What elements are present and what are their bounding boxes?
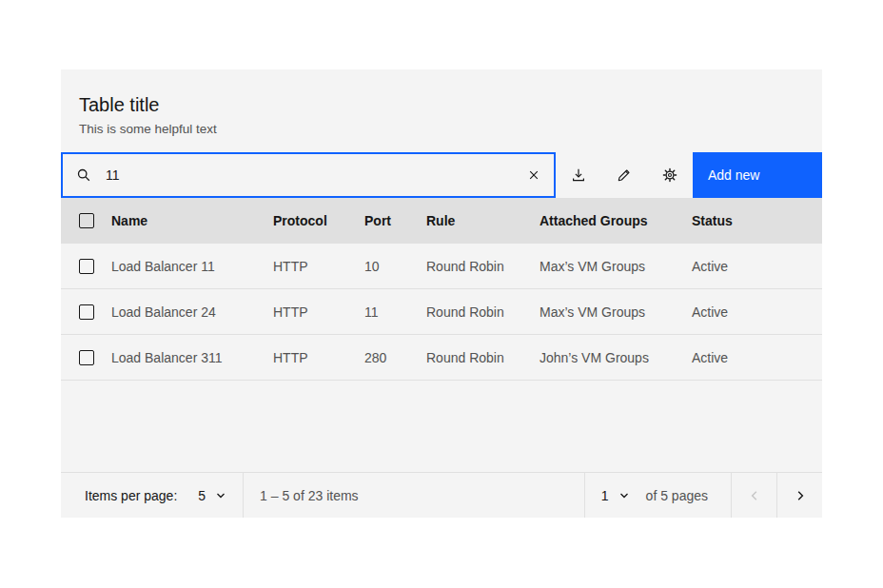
table-header-row: Name Protocol Port Rule Attached Groups … bbox=[61, 198, 822, 244]
download-button[interactable] bbox=[556, 152, 601, 198]
gear-icon bbox=[662, 167, 677, 183]
cell-port: 280 bbox=[364, 350, 426, 365]
previous-page-button[interactable] bbox=[731, 473, 776, 518]
page-number-select[interactable]: 1 bbox=[584, 473, 646, 518]
cell-port: 11 bbox=[364, 304, 426, 320]
column-header-attached-groups: Attached Groups bbox=[540, 213, 692, 228]
cell-rule: Round Robin bbox=[426, 304, 540, 320]
page-subtitle: This is some helpful text bbox=[79, 121, 807, 138]
row-checkbox[interactable] bbox=[79, 350, 94, 365]
column-header-name: Name bbox=[111, 213, 273, 228]
page-title: Table title bbox=[79, 92, 807, 117]
pagination-range-text: 1 – 5 of 23 items bbox=[244, 473, 359, 518]
chevron-down-icon bbox=[618, 490, 630, 501]
download-icon bbox=[571, 167, 586, 183]
cell-name: Load Balancer 11 bbox=[111, 259, 273, 274]
page-number-value: 1 bbox=[601, 488, 609, 503]
pagination-bar: Items per page: 5 1 – 5 of 23 items 1 of… bbox=[61, 472, 822, 518]
chevron-down-icon bbox=[215, 490, 226, 501]
pages-count-text: of 5 pages bbox=[646, 473, 731, 518]
cell-attached-groups: Max’s VM Groups bbox=[540, 259, 692, 274]
table-row: Load Balancer 311 HTTP 280 Round Robin J… bbox=[61, 335, 822, 381]
column-header-status: Status bbox=[692, 213, 822, 228]
pagination-right: 1 of 5 pages bbox=[584, 473, 822, 518]
cell-protocol: HTTP bbox=[273, 304, 364, 320]
column-header-rule: Rule bbox=[426, 213, 540, 228]
pagination-left: Items per page: 5 1 – 5 of 23 items bbox=[61, 473, 359, 518]
data-table-card: Table title This is some helpful text bbox=[61, 69, 822, 518]
cell-status: Active bbox=[692, 350, 822, 365]
cell-status: Active bbox=[692, 304, 822, 320]
edit-button[interactable] bbox=[601, 152, 647, 198]
cell-protocol: HTTP bbox=[273, 259, 364, 274]
column-header-protocol: Protocol bbox=[273, 213, 364, 228]
edit-icon bbox=[617, 167, 632, 183]
cell-name: Load Balancer 24 bbox=[111, 304, 273, 320]
cell-attached-groups: Max’s VM Groups bbox=[540, 304, 692, 320]
close-icon bbox=[526, 167, 541, 183]
table-header: Table title This is some helpful text bbox=[61, 69, 822, 152]
cell-rule: Round Robin bbox=[426, 259, 540, 274]
cell-name: Load Balancer 311 bbox=[111, 350, 273, 365]
add-new-button[interactable]: Add new bbox=[693, 152, 822, 198]
settings-button[interactable] bbox=[647, 152, 693, 198]
cell-port: 10 bbox=[364, 259, 426, 274]
cell-protocol: HTTP bbox=[273, 350, 364, 365]
row-checkbox[interactable] bbox=[79, 259, 94, 274]
caret-left-icon bbox=[747, 488, 762, 503]
items-per-page-label: Items per page: bbox=[61, 473, 177, 518]
table-row: Load Balancer 11 HTTP 10 Round Robin Max… bbox=[61, 244, 822, 289]
items-per-page-value: 5 bbox=[198, 488, 206, 503]
table-empty-space bbox=[61, 381, 822, 472]
table-row: Load Balancer 24 HTTP 11 Round Robin Max… bbox=[61, 289, 822, 335]
select-all-checkbox[interactable] bbox=[79, 213, 94, 228]
clear-search-button[interactable] bbox=[514, 154, 554, 196]
search-field bbox=[61, 152, 556, 198]
search-icon bbox=[63, 167, 91, 183]
caret-right-icon bbox=[793, 488, 808, 503]
cell-attached-groups: John’s VM Groups bbox=[540, 350, 692, 365]
next-page-button[interactable] bbox=[776, 473, 822, 518]
row-checkbox[interactable] bbox=[79, 304, 94, 320]
items-per-page-select[interactable]: 5 bbox=[182, 473, 244, 518]
search-input[interactable] bbox=[91, 167, 514, 183]
cell-status: Active bbox=[692, 259, 822, 274]
table-toolbar: Add new bbox=[61, 152, 822, 198]
cell-rule: Round Robin bbox=[426, 350, 540, 365]
column-header-port: Port bbox=[364, 213, 426, 228]
